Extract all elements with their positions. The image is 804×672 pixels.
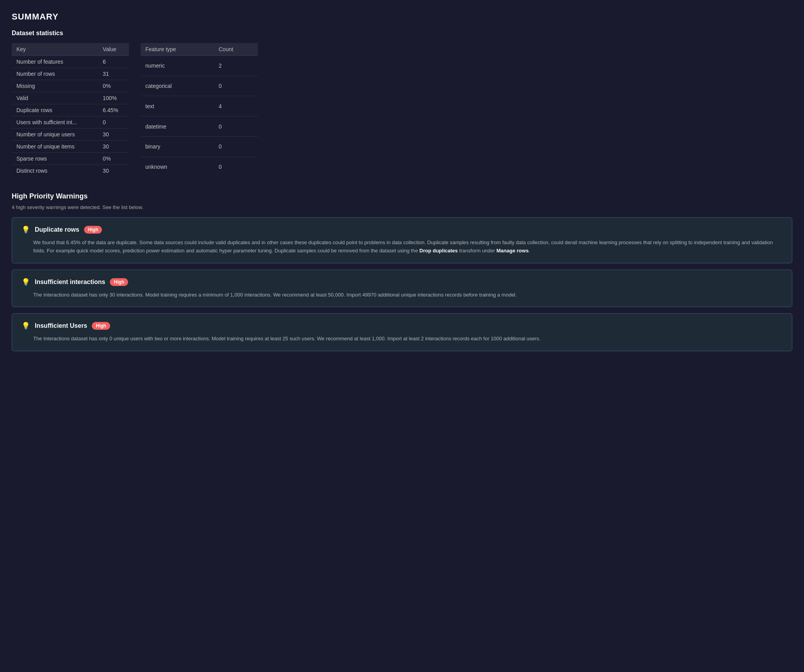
table-row: Users with sufficient int...0 [12,116,129,129]
warning-body-text: The Interactions dataset has only 30 int… [21,291,783,299]
warning-card-duplicate-rows: 💡Duplicate rowsHighWe found that 6.45% o… [12,217,792,263]
warning-card-insufficient-users: 💡Insufficient UsersHighThe Interactions … [12,313,792,351]
table-row: Number of unique items30 [12,141,129,153]
table-row: Sparse rows0% [12,153,129,165]
warnings-subtitle: 4 high severity warnings were detected. … [12,204,792,210]
table-row: Number of features6 [12,56,129,68]
warning-body-text: We found that 6.45% of the data are dupl… [21,239,783,255]
table-row: Missing0% [12,80,129,92]
warning-title-text: Insufficient interactions [35,279,105,286]
col-value: Value [98,43,129,56]
table-row: Distinct rows30 [12,165,129,177]
warning-body-text: The Interactions dataset has only 0 uniq… [21,335,783,343]
table-row: numeric2 [141,56,258,76]
col-count: Count [214,43,258,56]
warning-title-text: Duplicate rows [35,226,79,233]
col-feature-type: Feature type [141,43,214,56]
table-row: Valid100% [12,92,129,104]
warning-cards-container: 💡Duplicate rowsHighWe found that 6.45% o… [12,217,792,351]
warning-header: 💡Duplicate rowsHigh [21,225,783,234]
dataset-statistics-section: Dataset statistics Key Value Number of f… [12,30,792,177]
warnings-section: High Priority Warnings 4 high severity w… [12,192,792,351]
table-row: Number of unique users30 [12,129,129,141]
warning-bulb-icon: 💡 [21,225,30,234]
warning-title-text: Insufficient Users [35,322,87,329]
table-row: categorical0 [141,76,258,96]
warning-bulb-icon: 💡 [21,278,30,286]
warning-bulb-icon: 💡 [21,322,30,330]
key-value-table: Key Value Number of features6Number of r… [12,43,129,177]
warning-card-insufficient-interactions: 💡Insufficient interactionsHighThe Intera… [12,270,792,307]
warning-header: 💡Insufficient UsersHigh [21,322,783,330]
high-badge: High [110,278,128,286]
table-row: binary0 [141,136,258,157]
warnings-title: High Priority Warnings [12,192,792,200]
warning-header: 💡Insufficient interactionsHigh [21,278,783,286]
table-row: unknown0 [141,157,258,177]
page-title: SUMMARY [12,12,792,22]
high-badge: High [84,226,102,234]
high-badge: High [92,322,110,330]
feature-type-table: Feature type Count numeric2categorical0t… [141,43,258,177]
col-key: Key [12,43,98,56]
table-row: Duplicate rows6.45% [12,104,129,116]
table-row: Number of rows31 [12,68,129,80]
statistics-tables-row: Key Value Number of features6Number of r… [12,43,792,177]
table-row: text4 [141,96,258,116]
table-row: datetime0 [141,116,258,137]
dataset-statistics-title: Dataset statistics [12,30,792,37]
